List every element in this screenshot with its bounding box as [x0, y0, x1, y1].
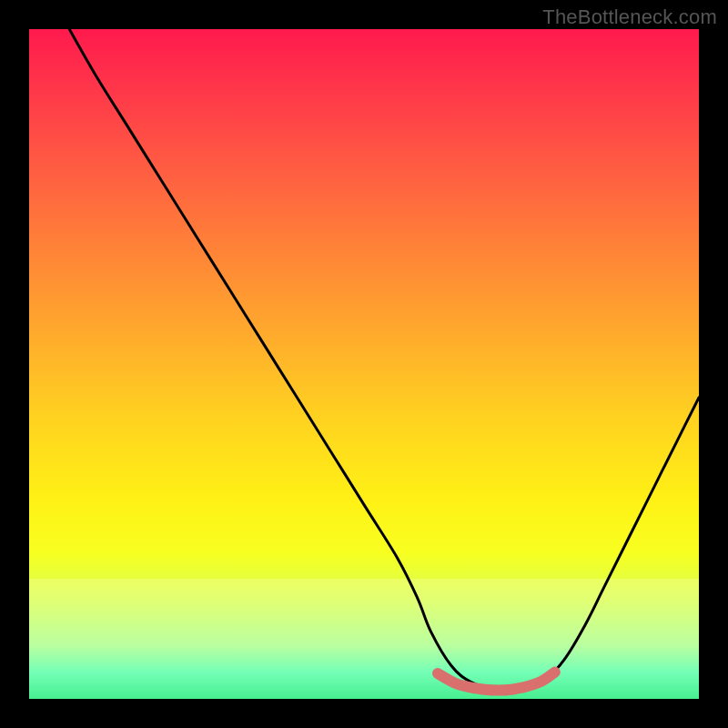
bottleneck-curve: [69, 29, 699, 692]
curve-layer: [29, 29, 699, 699]
watermark-text: TheBottleneck.com: [542, 5, 717, 29]
chart-frame: TheBottleneck.com: [0, 0, 728, 728]
plot-area: [29, 29, 699, 699]
valley-highlight: [438, 672, 555, 691]
